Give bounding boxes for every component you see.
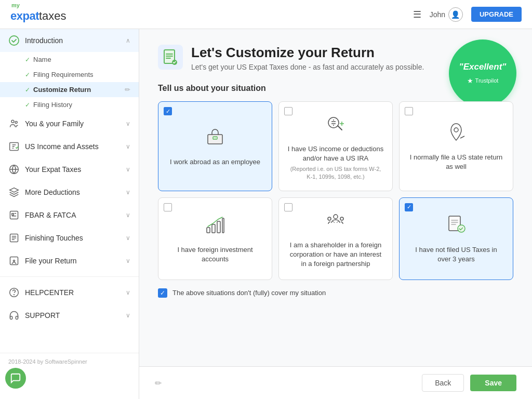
page-subtitle: Let's get your US Expat Taxes done - as … <box>191 63 424 71</box>
sidebar-item-file-return[interactable]: File your Return ∨ <box>0 249 139 272</box>
expat-taxes-label: Your Expat Taxes <box>25 165 81 174</box>
header-right: ☰ John 👤 UPGRADE <box>413 7 522 22</box>
sidebar-item-intro-left: Introduction <box>8 35 63 46</box>
family-icon <box>8 118 20 129</box>
finishing-label: Finishing Touches <box>25 234 83 242</box>
logo-taxes: taxes <box>39 9 66 22</box>
sidebar-item-support[interactable]: SUPPORT ∨ <box>0 304 139 327</box>
expat-taxes-chevron-icon: ∨ <box>126 166 130 173</box>
svg-rect-17 <box>212 224 215 233</box>
fbar-chevron-icon: ∨ <box>126 211 130 219</box>
foreign-investments-icon <box>204 213 227 240</box>
intro-chevron-icon: ∧ <box>126 37 130 44</box>
filing-req-label: Filing Requirements <box>33 71 130 78</box>
finishing-icon <box>8 232 20 244</box>
page-title: Let's Customize your Return <box>191 45 424 61</box>
sidebar-sub-name[interactable]: ✓ Name <box>0 52 139 67</box>
main-layout: Introduction ∧ ✓ Name ✓ Filing Requireme… <box>0 29 532 399</box>
bottom-checkbox[interactable]: ✓ <box>158 288 167 298</box>
us-income-left: US Income and Assets <box>8 141 99 152</box>
filing-history-label: Filing History <box>33 101 130 109</box>
chat-bubble[interactable] <box>5 368 26 389</box>
sidebar-divider <box>0 276 139 277</box>
card-us-income[interactable]: I have US income or deductions and/or ha… <box>278 101 393 191</box>
helpcenter-icon <box>8 287 20 298</box>
sidebar-intro-label: Introduction <box>25 36 63 45</box>
sidebar-item-family[interactable]: You & your Family ∨ <box>0 112 139 135</box>
page-icon <box>158 45 183 70</box>
back-button[interactable]: Back <box>422 374 464 392</box>
support-chevron-icon: ∨ <box>126 312 130 319</box>
card-foreign-investments[interactable]: I have foreign investment accounts <box>158 197 272 280</box>
card-shareholder-text: I am a shareholder in a foreign corporat… <box>287 241 384 269</box>
state-return-icon <box>445 121 468 148</box>
file-return-left: File your Return <box>8 255 77 267</box>
expat-taxes-icon <box>8 164 20 175</box>
svg-point-15 <box>454 128 458 132</box>
sidebar-item-introduction[interactable]: Introduction ∧ <box>0 29 139 52</box>
customize-edit-icon[interactable]: ✏ <box>125 86 130 94</box>
finishing-chevron-icon: ∨ <box>126 234 130 242</box>
save-button[interactable]: Save <box>470 375 516 391</box>
finishing-left: Finishing Touches <box>8 232 83 244</box>
helpcenter-chevron-icon: ∨ <box>126 289 130 296</box>
family-chevron-icon: ∨ <box>126 120 130 127</box>
svg-point-0 <box>9 36 19 45</box>
content-area: "Excellent" ★ Trustpilot Let' <box>139 29 532 366</box>
bottom-checkbox-row: ✓ The above situations don't (fully) cov… <box>158 288 513 298</box>
card-work-abroad[interactable]: ✓ I work abroad as an employee <box>158 101 272 191</box>
sidebar-item-helpcenter[interactable]: HELPCENTER ∨ <box>0 281 139 304</box>
fbar-label: FBAR & FATCA <box>25 211 76 219</box>
sidebar-sub-customize[interactable]: ✓ Customize Return ✏ <box>0 82 139 97</box>
footer-edit-icon[interactable]: ✏ <box>155 378 162 388</box>
logo: my expattaxes <box>10 6 66 23</box>
card-foreign-investments-checkbox <box>164 203 172 211</box>
sidebar-section-introduction: Introduction ∧ ✓ Name ✓ Filing Requireme… <box>0 29 139 112</box>
support-label: SUPPORT <box>25 311 60 320</box>
customize-check-icon: ✓ <box>25 86 30 94</box>
excellent-text: "Excellent" <box>459 62 507 72</box>
sidebar-sub-filing-history[interactable]: ✓ Filing History <box>0 97 139 112</box>
card-not-filed[interactable]: ✓ I have not filed US Taxes in over 3 ye… <box>399 197 513 280</box>
card-us-income-subtext: (Reported i.e. on US tax forms W-2, K-1,… <box>287 165 384 180</box>
card-not-filed-text: I have not filed US Taxes in over 3 year… <box>408 245 504 264</box>
name-check-icon: ✓ <box>25 56 30 63</box>
fbar-icon <box>8 209 20 221</box>
card-shareholder[interactable]: I am a shareholder in a foreign corporat… <box>278 197 393 280</box>
filing-req-check-icon: ✓ <box>25 71 30 78</box>
svg-point-1 <box>11 120 14 123</box>
svg-rect-18 <box>217 221 220 233</box>
support-icon <box>8 310 20 321</box>
fbar-left: FBAR & FATCA <box>8 209 76 221</box>
menu-icon[interactable]: ☰ <box>413 9 421 20</box>
more-deductions-chevron-icon: ∨ <box>126 189 130 196</box>
card-state-return[interactable]: I normally file a US state return as wel… <box>399 101 513 191</box>
content-footer: ✏ Back Save <box>139 366 532 399</box>
sidebar-sub-filing-req[interactable]: ✓ Filing Requirements <box>0 67 139 82</box>
sidebar-item-fbar[interactable]: FBAR & FATCA ∨ <box>0 204 139 227</box>
user-avatar[interactable]: 👤 <box>448 7 463 22</box>
svg-point-20 <box>334 215 338 219</box>
trustpilot-badge: ★ Trustpilot <box>467 77 499 85</box>
svg-point-22 <box>340 217 343 220</box>
card-not-filed-checkbox: ✓ <box>405 203 413 211</box>
sidebar-item-finishing[interactable]: Finishing Touches ∨ <box>0 227 139 249</box>
sidebar-footer: 2018-2024 by SoftwareSpinner <box>0 353 139 370</box>
sidebar-sub-intro: ✓ Name ✓ Filing Requirements ✓ Customize… <box>0 52 139 112</box>
sidebar-item-expat-taxes[interactable]: Your Expat Taxes ∨ <box>0 158 139 181</box>
sidebar-item-more-deductions[interactable]: More Deductions ∨ <box>0 181 139 204</box>
cards-grid: ✓ I work abroad as an employee <box>158 101 513 280</box>
support-left: SUPPORT <box>8 310 60 321</box>
shareholder-icon <box>324 208 347 235</box>
introduction-icon <box>8 35 20 46</box>
bottom-checkbox-label: The above situations don't (fully) cover… <box>172 289 326 297</box>
file-return-label: File your Return <box>25 257 77 265</box>
us-income-chevron-icon: ∨ <box>126 143 130 150</box>
sidebar: Introduction ∧ ✓ Name ✓ Filing Requireme… <box>0 29 139 399</box>
header: my expattaxes ☰ John 👤 UPGRADE <box>0 0 532 29</box>
more-deductions-left: More Deductions <box>8 187 80 198</box>
more-deductions-icon <box>8 187 20 198</box>
sidebar-item-us-income[interactable]: US Income and Assets ∨ <box>0 135 139 158</box>
upgrade-button[interactable]: UPGRADE <box>471 7 522 22</box>
file-return-chevron-icon: ∨ <box>126 257 130 264</box>
